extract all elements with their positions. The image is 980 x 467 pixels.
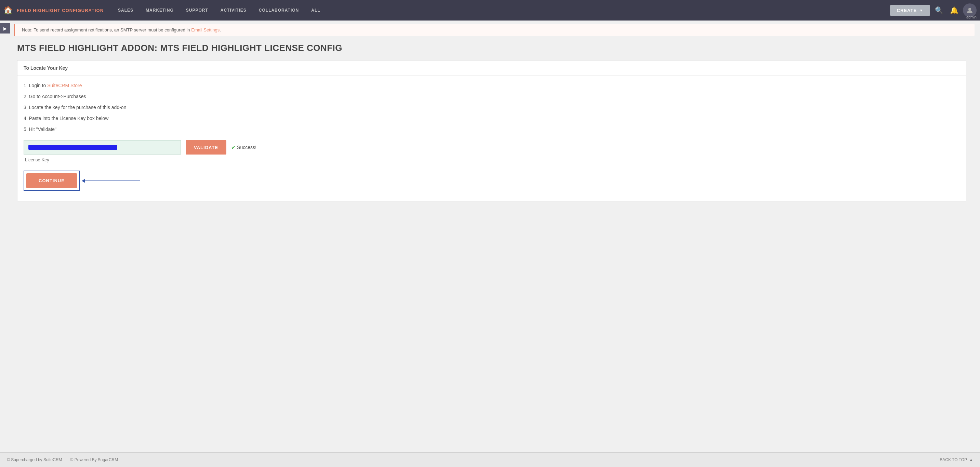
notification-bar: Note: To send record assignment notifica… [14, 24, 975, 36]
step-3: 3. Locate the key for the purchase of th… [24, 105, 960, 110]
suitecrm-store-link[interactable]: SuiteCRM Store [47, 83, 82, 88]
step-4: 4. Paste into the License Key box below [24, 116, 960, 121]
license-config-card: To Locate Your Key 1. Login to SuiteCRM … [17, 60, 966, 201]
home-icon[interactable]: 🏠 [3, 6, 13, 15]
nav-activities[interactable]: ACTIVITIES [215, 0, 253, 21]
continue-area: CONTINUE [24, 171, 140, 191]
nav-sales[interactable]: SALES [112, 0, 140, 21]
dropdown-arrow-icon: ▼ [920, 8, 923, 12]
create-button[interactable]: CREATE ▼ [890, 5, 930, 16]
search-button[interactable]: 🔍 [933, 4, 945, 16]
user-icon [966, 7, 973, 14]
success-text: Success! [237, 145, 256, 150]
notification-suffix: . [220, 27, 221, 32]
success-badge: ✔ Success! [231, 144, 256, 151]
nav-support[interactable]: SUPPORT [180, 0, 215, 21]
validate-button[interactable]: VALIDATE [186, 140, 226, 154]
card-body: 1. Login to SuiteCRM Store 2. Go to Acco… [18, 76, 966, 201]
email-settings-link[interactable]: Email Settings [191, 27, 220, 32]
continue-button[interactable]: CONTINUE [26, 173, 77, 188]
notifications-button[interactable]: 🔔 [948, 4, 960, 16]
navbar-right: CREATE ▼ 🔍 🔔 [890, 3, 977, 17]
arrow-annotation [85, 181, 140, 181]
arrowhead-icon [82, 179, 85, 183]
up-arrow-icon: ▲ [969, 457, 973, 462]
license-label: License Key [24, 157, 49, 162]
continue-wrapper: CONTINUE [24, 171, 80, 191]
svg-point-0 [968, 8, 971, 11]
license-key-input[interactable] [24, 140, 181, 154]
footer-left: © Supercharged by SuiteCRM © Powered By … [7, 457, 118, 462]
nav-all[interactable]: ALL [305, 0, 326, 21]
step-2: 2. Go to Account->Purchases [24, 94, 960, 99]
back-to-top-button[interactable]: BACK TO TOP ▲ [940, 457, 973, 462]
main-content: MTS FIELD HIGHLIGHT ADDON: MTS FIELD HIG… [0, 36, 980, 452]
card-header: To Locate Your Key [18, 60, 966, 76]
license-area: VALIDATE ✔ Success! License Key CONTINUE [24, 140, 960, 191]
steps-list: 1. Login to SuiteCRM Store 2. Go to Acco… [24, 83, 960, 132]
nav-links: SALES MARKETING SUPPORT ACTIVITIES COLLA… [112, 0, 890, 21]
arrow-line [85, 181, 140, 181]
admin-label: admin [966, 15, 977, 19]
step-1: 1. Login to SuiteCRM Store [24, 83, 960, 88]
footer-suitecrm: © Supercharged by SuiteCRM [7, 457, 62, 462]
footer-sugarcrm: © Powered By SugarCRM [70, 457, 118, 462]
brand-label: FIELD HIGHLIGHT CONFIGURATION [17, 8, 103, 13]
input-row: VALIDATE ✔ Success! [24, 140, 256, 154]
footer: © Supercharged by SuiteCRM © Powered By … [0, 452, 980, 467]
step-5: 5. Hit "Validate" [24, 127, 960, 132]
notification-text: Note: To send record assignment notifica… [22, 27, 191, 32]
sidebar-toggle-button[interactable]: ▶ [0, 23, 10, 33]
navbar: 🏠 FIELD HIGHLIGHT CONFIGURATION SALES MA… [0, 0, 980, 21]
page-title: MTS FIELD HIGHLIGHT ADDON: MTS FIELD HIG… [17, 43, 966, 53]
nav-collaboration[interactable]: COLLABORATION [253, 0, 305, 21]
nav-marketing[interactable]: MARKETING [140, 0, 180, 21]
check-icon: ✔ [231, 144, 235, 151]
